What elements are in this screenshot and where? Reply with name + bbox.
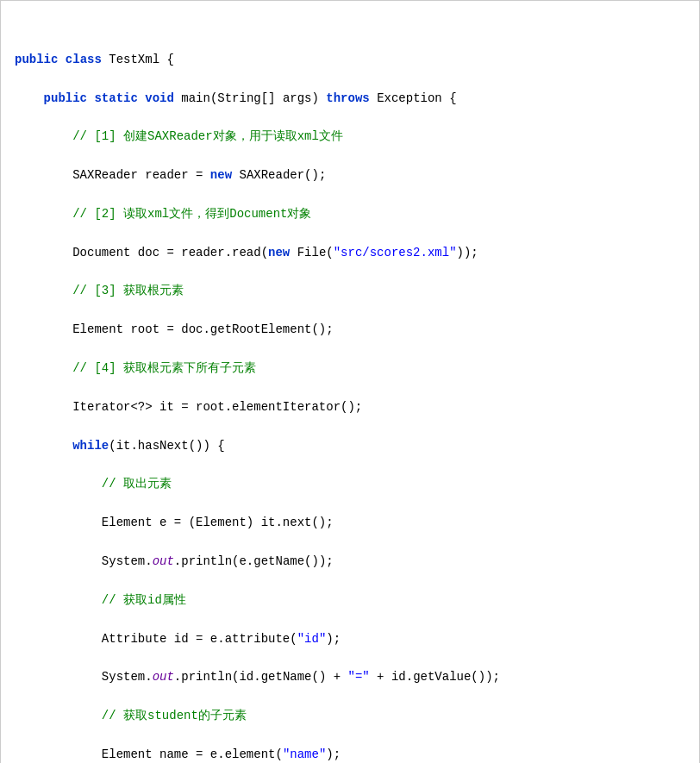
line-11: while(it.hasNext()) { (15, 436, 685, 455)
line-12: // 取出元素 (15, 474, 685, 493)
line-5: // [2] 读取xml文件，得到Document对象 (15, 204, 685, 223)
line-9: // [4] 获取根元素下所有子元素 (15, 359, 685, 378)
line-16: Attribute id = e.attribute("id"); (15, 629, 685, 648)
line-8: Element root = doc.getRootElement(); (15, 320, 685, 339)
line-15: // 获取id属性 (15, 591, 685, 610)
line-3: // [1] 创建SAXReader对象，用于读取xml文件 (15, 127, 685, 146)
code-container: public class TestXml { public static voi… (0, 0, 700, 763)
line-1: public class TestXml { (15, 50, 685, 69)
code-block: public class TestXml { public static voi… (15, 11, 685, 763)
line-4: SAXReader reader = new SAXReader(); (15, 166, 685, 184)
line-13: Element e = (Element) it.next(); (15, 513, 685, 532)
line-19: Element name = e.element("name"); (15, 745, 685, 763)
line-17: System.out.println(id.getName() + "=" + … (15, 667, 685, 686)
line-7: // [3] 获取根元素 (15, 281, 685, 300)
line-6: Document doc = reader.read(new File("src… (15, 243, 685, 262)
line-14: System.out.println(e.getName()); (15, 552, 685, 571)
line-2: public static void main(String[] args) t… (15, 89, 685, 108)
line-18: // 获取student的子元素 (15, 706, 685, 725)
line-10: Iterator<?> it = root.elementIterator(); (15, 397, 685, 416)
